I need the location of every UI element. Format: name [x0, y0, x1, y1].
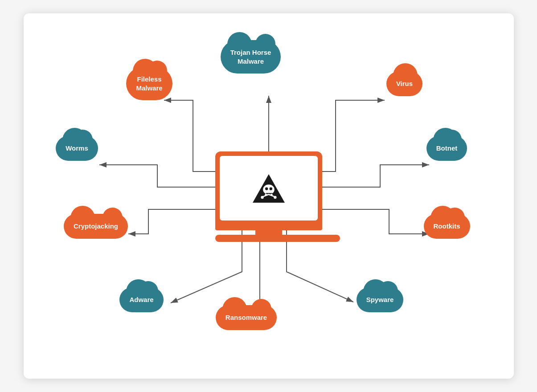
svg-point-3 [263, 184, 275, 194]
cloud-trojan: Trojan Horse Malware [211, 40, 291, 74]
cloud-rootkits-label: Rootkits [424, 214, 470, 239]
cloud-spyware-label: Spyware [357, 287, 404, 312]
cloud-botnet: Botnet [416, 136, 478, 161]
cloud-cryptojacking: Cryptojacking [59, 214, 133, 239]
cloud-botnet-label: Botnet [426, 136, 467, 161]
laptop-foot [215, 235, 340, 242]
svg-point-14 [265, 194, 267, 196]
laptop-stand [255, 230, 282, 235]
cloud-ransomware: Ransomware [211, 305, 282, 330]
cloud-virus: Virus [376, 71, 434, 96]
cloud-adware: Adware [111, 287, 173, 312]
laptop-screen-inner [220, 156, 318, 220]
cloud-fileless-label: Fileless Malware [126, 67, 172, 100]
cloud-worms: Worms [46, 136, 108, 161]
cloud-virus-label: Virus [386, 71, 422, 96]
warning-skull-icon [251, 171, 287, 206]
cloud-spyware: Spyware [349, 287, 411, 312]
cloud-worms-label: Worms [56, 136, 98, 161]
cloud-trojan-label: Trojan Horse Malware [221, 40, 281, 74]
svg-point-5 [269, 187, 272, 190]
laptop-base [215, 223, 322, 230]
laptop [215, 151, 322, 242]
svg-point-4 [265, 187, 268, 190]
cloud-ransomware-label: Ransomware [216, 305, 277, 330]
svg-point-13 [274, 196, 276, 198]
cloud-fileless: Fileless Malware [117, 67, 182, 100]
cloud-adware-label: Adware [119, 287, 163, 312]
cloud-rootkits: Rootkits [416, 214, 478, 239]
cloud-cryptojacking-label: Cryptojacking [64, 214, 128, 239]
diagram-container: Trojan Horse Malware Virus Fileless Malw… [24, 13, 514, 379]
svg-point-15 [271, 194, 273, 196]
svg-point-12 [261, 196, 263, 198]
laptop-screen-outer [215, 151, 322, 223]
